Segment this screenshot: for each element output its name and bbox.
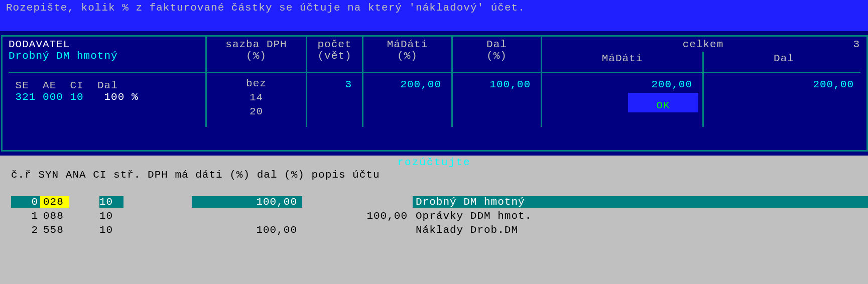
- supplier-summary-panel: DODAVATEL Drobný DM hmotný sazba DPH(%) …: [1, 35, 868, 152]
- table-row[interactable]: 108810100,00Oprávky DDM hmot.: [0, 209, 868, 223]
- celkem-count: 3: [853, 39, 860, 50]
- table-row[interactable]: 002810100,00Drobný DM hmotný: [0, 195, 868, 209]
- madati-value: 200,00: [362, 72, 451, 127]
- supplier-name: Drobný DM hmotný: [9, 50, 118, 62]
- dal-value: 100,00: [451, 72, 541, 127]
- celkem-header: celkem 3 MáDáti Dal: [541, 37, 864, 72]
- table-row[interactable]: 255810100,00Náklady Drob.DM: [0, 223, 868, 237]
- instruction-banner: Rozepište, kolik % z fakturované částky …: [0, 0, 868, 31]
- grid-header: č.ř SYN ANA CI stř. DPH má dáti (%) dal …: [0, 169, 868, 181]
- rozuctujte-label: rozúčtujte: [0, 157, 868, 168]
- pocet-value: 3: [306, 72, 362, 127]
- dph-header: sazba DPH(%): [205, 37, 306, 72]
- pocet-header: počet(vět): [306, 37, 362, 72]
- dal-header: Dal(%): [451, 37, 541, 72]
- allocation-grid: rozúčtujte č.ř SYN ANA CI stř. DPH má dá…: [0, 156, 868, 284]
- celkem-values: 200,00 OK 200,00: [541, 72, 864, 127]
- madati-header: MáDáti(%): [362, 37, 451, 72]
- dph-values: bez 14 20: [205, 72, 306, 127]
- ok-indicator: OK: [628, 93, 698, 112]
- account-codes: SE AE CI Dal 321 000 10 100 %: [3, 72, 205, 127]
- supplier-title: DODAVATEL: [9, 39, 70, 50]
- supplier-header: DODAVATEL Drobný DM hmotný: [3, 37, 205, 72]
